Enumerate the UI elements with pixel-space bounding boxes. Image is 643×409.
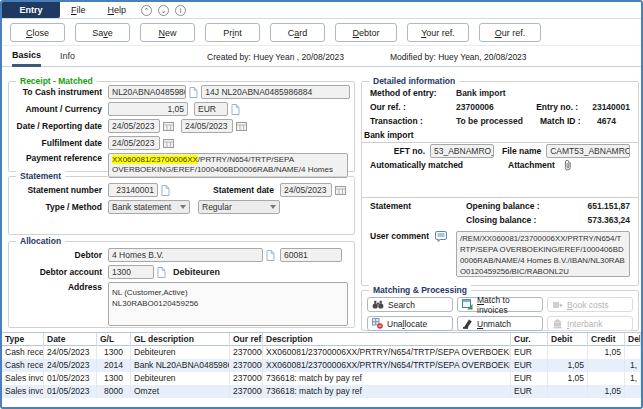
- chevron-down-icon: [270, 205, 276, 209]
- file-name-field[interactable]: CAMT53_ABNAMRO_N: [546, 144, 630, 158]
- statement-summary-label: Statement: [370, 201, 466, 211]
- debtor-detail-icon[interactable]: [266, 250, 275, 261]
- cash-instrument-name-field[interactable]: 14J NL20ABNA0485986884: [201, 85, 350, 99]
- close-button[interactable]: Close: [10, 23, 65, 42]
- table-header-row: Type Date G/L GL description Our ref. De…: [2, 333, 641, 346]
- column-header-type[interactable]: Type: [2, 333, 44, 346]
- divider: [362, 197, 638, 198]
- allocation-group-label: Allocation: [16, 236, 65, 246]
- allocation-group: Allocation Debtor 4 Homes B.V. 60081 Deb…: [8, 241, 355, 328]
- statement-number-detail-icon[interactable]: [161, 185, 170, 196]
- fulfilment-date-label: Fulfilment date: [13, 138, 108, 148]
- column-header-currency[interactable]: Cur.: [511, 333, 548, 346]
- paperclip-icon[interactable]: [563, 159, 573, 171]
- save-button[interactable]: Save: [75, 23, 130, 42]
- info-circle-icon[interactable]: i: [175, 5, 186, 16]
- unmatch-icon: [462, 318, 473, 329]
- column-header-date[interactable]: Date: [44, 333, 97, 346]
- cash-instrument-detail-icon[interactable]: [189, 87, 198, 98]
- debtor-account-name: Debiteuren: [173, 267, 220, 277]
- column-header-debit-truncated[interactable]: Debit (: [625, 333, 641, 346]
- debtor-account-field[interactable]: 1300: [108, 265, 154, 279]
- table-row[interactable]: Cash receipt 24/05/2023 1300 Debiteuren …: [2, 346, 641, 359]
- eft-no-field[interactable]: 53_ABNAMRO_NL20.: [430, 144, 494, 158]
- statement-method-select[interactable]: Regular: [198, 200, 280, 214]
- matching-processing-group: Matching & Processing Search Match to in…: [361, 290, 639, 331]
- debtor-account-label: Debtor account: [13, 267, 108, 277]
- unallocate-button[interactable]: Unallocate: [367, 316, 453, 331]
- statement-group: Statement Statement number 23140001 Stat…: [8, 176, 355, 235]
- statement-type-select[interactable]: Bank statement: [108, 200, 190, 214]
- cash-instrument-field[interactable]: NL20ABNA048598688: [108, 85, 186, 99]
- date-reporting-label: Date / Reporting date: [13, 121, 108, 131]
- reporting-date-calendar-icon[interactable]: [236, 121, 247, 131]
- search-button[interactable]: Search: [367, 297, 453, 312]
- column-header-credit[interactable]: Credit: [588, 333, 625, 346]
- menu-file[interactable]: File: [60, 2, 97, 18]
- column-header-our-ref[interactable]: Our ref.: [230, 333, 263, 346]
- cash-instrument-label: To Cash instrument: [13, 87, 108, 97]
- column-header-gl[interactable]: G/L: [97, 333, 131, 346]
- table-row[interactable]: Sales invoice 01/05/2023 8000 Omzet 2370…: [2, 385, 641, 398]
- fulfilment-date-field[interactable]: 24/05/2023: [108, 136, 160, 150]
- new-button[interactable]: New: [140, 23, 195, 42]
- column-header-gl-description[interactable]: GL description: [131, 333, 230, 346]
- debtor-account-detail-icon[interactable]: [157, 267, 166, 278]
- your-ref-button[interactable]: Your ref.: [407, 23, 469, 42]
- amount-field[interactable]: 1,05: [108, 102, 188, 116]
- print-button[interactable]: Print: [205, 23, 260, 42]
- statement-number-field[interactable]: 23140001: [108, 183, 158, 197]
- tab-info[interactable]: Info: [60, 51, 75, 61]
- address-field[interactable]: NL (Customer,Active) NL30RABO0120459256: [108, 282, 348, 326]
- table-row[interactable]: Sales invoice 01/05/2023 1300 Debiteuren…: [2, 372, 641, 385]
- table-row[interactable]: Cash receipt 24/05/2023 2014 Bank NL20AB…: [2, 359, 641, 372]
- statement-group-label: Statement: [16, 171, 65, 181]
- currency-detail-icon[interactable]: [231, 104, 240, 115]
- debtor-button[interactable]: Debtor: [335, 23, 397, 42]
- unmatch-button[interactable]: Unmatch: [457, 316, 543, 331]
- closing-balance-label: Closing balance :: [466, 215, 536, 225]
- comment-icon[interactable]: [435, 231, 447, 242]
- menu-help[interactable]: Help: [97, 2, 138, 18]
- reporting-date-field[interactable]: 24/05/2023: [181, 119, 233, 133]
- card-button[interactable]: Card: [270, 23, 325, 42]
- detailed-information-group-label: Detailed information: [369, 76, 459, 86]
- address-label: Address: [13, 282, 108, 292]
- book-costs-button[interactable]: Book costs: [547, 297, 633, 312]
- our-ref-button[interactable]: Our ref.: [479, 23, 541, 42]
- user-comment-label: User comment: [370, 231, 432, 241]
- interbank-button[interactable]: Interbank: [547, 316, 633, 331]
- debtor-number-field[interactable]: 60081: [280, 248, 342, 262]
- debtor-name-field[interactable]: 4 Homes B.V.: [108, 248, 263, 262]
- match-to-invoices-button[interactable]: Match to invoices: [457, 297, 543, 312]
- bank-import-subheader: Bank import: [364, 130, 636, 140]
- column-header-debit[interactable]: Debit: [548, 333, 588, 346]
- statement-date-field[interactable]: 24/05/2023: [280, 183, 332, 197]
- menubar: Entry File Help ⌃ ⌄ i: [2, 2, 641, 19]
- date-calendar-icon[interactable]: [163, 121, 174, 131]
- chevron-up-circle-icon[interactable]: ⌃: [141, 5, 152, 16]
- menu-entry-tab[interactable]: Entry: [2, 2, 60, 18]
- opening-balance-value: 651.151,87: [540, 201, 630, 211]
- column-header-description[interactable]: Description: [263, 333, 511, 346]
- toolbar: Close Save New Print Card Debtor Your re…: [2, 20, 641, 46]
- unallocate-icon: [372, 318, 383, 329]
- entry-no-label: Entry no. :: [536, 102, 592, 112]
- closing-balance-value: 573.363,24: [536, 215, 630, 225]
- fulfilment-date-calendar-icon[interactable]: [163, 138, 174, 148]
- book-costs-icon: [552, 299, 563, 310]
- tab-basics[interactable]: Basics: [12, 50, 41, 67]
- statement-date-calendar-icon[interactable]: [335, 185, 346, 195]
- user-comment-field[interactable]: /REM/XX060081/23700006XX/PRTRY/N654/TRTP…: [456, 231, 630, 277]
- match-id-value: 4674: [596, 116, 630, 126]
- date-field[interactable]: 24/05/2023: [108, 119, 160, 133]
- entry-lines-table: Type Date G/L GL description Our ref. De…: [2, 332, 641, 407]
- entry-no-value: 23140001: [592, 102, 630, 112]
- opening-balance-label: Opening balance :: [466, 201, 540, 211]
- receipt-matched-group-label: Receipt - Matched: [16, 76, 97, 86]
- chevron-down-circle-icon[interactable]: ⌄: [158, 5, 169, 16]
- debtor-label: Debtor: [13, 250, 108, 260]
- payment-reference-field[interactable]: XX060081/23700006XX/PRTRY/N654/TRTP/SEPA…: [108, 153, 348, 178]
- created-by-text: Created by: Huey Yean , 20/08/2023: [207, 52, 344, 62]
- currency-field[interactable]: EUR: [194, 102, 228, 116]
